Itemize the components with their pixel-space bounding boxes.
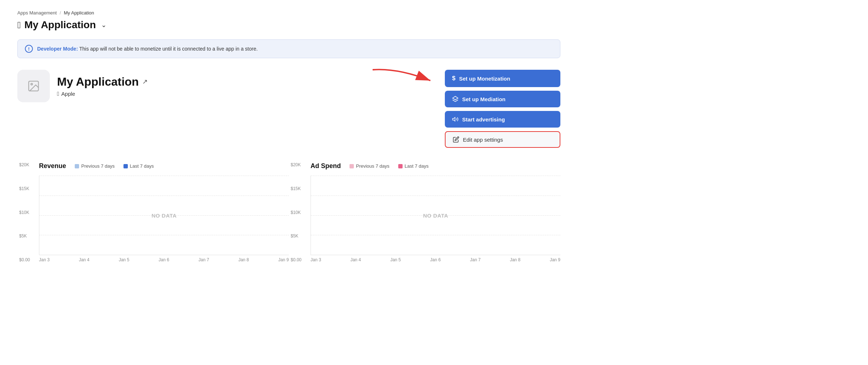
ad-spend-grid-25 — [311, 196, 560, 196]
setup-monetization-label: Set up Monetization — [459, 76, 510, 82]
ad-spend-x-jan6: Jan 6 — [430, 257, 440, 262]
ad-spend-x-jan7: Jan 7 — [470, 257, 481, 262]
start-advertising-button[interactable]: Start advertising — [445, 111, 560, 128]
banner-message: This app will not be able to monetize un… — [79, 46, 257, 52]
revenue-grid-0 — [39, 176, 289, 176]
svg-marker-4 — [453, 117, 455, 121]
setup-mediation-button[interactable]: Set up Mediation — [445, 91, 560, 107]
edit-app-settings-button[interactable]: Edit app settings — [445, 131, 560, 148]
revenue-y-10k: $10K — [19, 210, 30, 215]
ad-spend-no-data: NO DATA — [423, 212, 448, 218]
ad-spend-chart-header: Ad Spend Previous 7 days Last 7 days — [311, 162, 560, 170]
app-platform: Apple — [61, 91, 75, 97]
revenue-y-labels: $20K $15K $10K $5K $0.00 — [19, 162, 30, 262]
revenue-y-20k: $20K — [19, 162, 30, 167]
ad-spend-x-jan9: Jan 9 — [550, 257, 560, 262]
ad-spend-y-10k: $10K — [291, 210, 301, 215]
red-arrow-annotation — [369, 66, 441, 88]
ad-spend-y-labels: $20K $15K $10K $5K $0.00 — [291, 162, 301, 262]
revenue-chart: Revenue Previous 7 days Last 7 days $20K… — [39, 162, 289, 262]
revenue-chart-body: $20K $15K $10K $5K $0.00 NO DATA — [39, 176, 289, 262]
ad-spend-chart: Ad Spend Previous 7 days Last 7 days $20… — [311, 162, 560, 262]
ad-spend-last-dot — [398, 164, 403, 168]
revenue-chart-title: Revenue — [39, 162, 66, 170]
ad-spend-chart-title: Ad Spend — [311, 162, 341, 170]
start-advertising-label: Start advertising — [462, 116, 505, 123]
app-icon — [17, 70, 50, 102]
ad-spend-x-jan3: Jan 3 — [311, 257, 321, 262]
ad-spend-y-15k: $15K — [291, 186, 301, 191]
dollar-icon: $ — [452, 75, 455, 82]
ad-spend-legend-previous: Previous 7 days — [350, 163, 390, 169]
revenue-last-dot — [123, 164, 128, 168]
ad-spend-grid-0 — [311, 176, 560, 176]
revenue-x-labels: Jan 3 Jan 4 Jan 5 Jan 6 Jan 7 Jan 8 Jan … — [39, 255, 289, 262]
ad-spend-chart-area-wrapper: NO DATA Jan 3 Jan 4 Jan 5 Jan 6 Jan 7 Ja… — [311, 176, 560, 262]
revenue-no-data: NO DATA — [152, 212, 177, 218]
edit-icon — [453, 136, 459, 143]
revenue-grid-75 — [39, 235, 289, 235]
svg-marker-3 — [453, 96, 458, 100]
ad-spend-y-20k: $20K — [291, 162, 301, 167]
action-buttons: $ Set up Monetization Set up Mediation — [445, 70, 560, 148]
ad-spend-legend-last: Last 7 days — [398, 163, 429, 169]
breadcrumb-current: My Application — [64, 10, 94, 16]
edit-app-settings-label: Edit app settings — [463, 137, 503, 143]
ad-spend-x-jan5: Jan 5 — [390, 257, 401, 262]
revenue-prev-label: Previous 7 days — [81, 163, 115, 169]
setup-mediation-label: Set up Mediation — [462, 96, 505, 102]
revenue-y-0: $0.00 — [19, 257, 30, 262]
revenue-legend-previous: Previous 7 days — [75, 163, 115, 169]
breadcrumb-separator: / — [60, 10, 61, 16]
revenue-y-5k: $5K — [19, 233, 30, 239]
apple-icon:  — [17, 20, 21, 31]
svg-point-1 — [31, 83, 33, 85]
revenue-x-jan4: Jan 4 — [79, 257, 89, 262]
revenue-chart-area-wrapper: NO DATA Jan 3 Jan 4 Jan 5 Jan 6 Jan 7 Ja… — [39, 176, 289, 262]
advertising-icon — [452, 116, 459, 123]
external-link-icon[interactable]: ↗ — [142, 78, 148, 86]
action-area: $ Set up Monetization Set up Mediation — [445, 70, 560, 148]
banner-bold-label: Developer Mode: — [37, 46, 78, 52]
developer-mode-banner: ! Developer Mode: This app will not be a… — [17, 39, 560, 58]
ad-spend-x-labels: Jan 3 Jan 4 Jan 5 Jan 6 Jan 7 Jan 8 Jan … — [311, 255, 560, 262]
image-placeholder-icon — [27, 80, 40, 93]
ad-spend-x-jan4: Jan 4 — [350, 257, 361, 262]
revenue-x-jan5: Jan 5 — [119, 257, 129, 262]
app-info-left: My Application ↗  Apple — [17, 70, 148, 102]
ad-spend-grid-75 — [311, 235, 560, 235]
revenue-legend-last: Last 7 days — [123, 163, 154, 169]
ad-spend-prev-label: Previous 7 days — [356, 163, 390, 169]
revenue-grid-25 — [39, 196, 289, 196]
app-info-row: My Application ↗  Apple — [17, 70, 560, 148]
ad-spend-y-0: $0.00 — [291, 257, 301, 262]
revenue-x-jan7: Jan 7 — [199, 257, 209, 262]
app-name-line: My Application ↗ — [57, 75, 148, 89]
charts-wrapper: Revenue Previous 7 days Last 7 days $20K… — [17, 162, 560, 262]
layers-icon — [452, 96, 459, 102]
ad-spend-chart-body: $20K $15K $10K $5K $0.00 NO DATA — [311, 176, 560, 262]
app-name-block: My Application ↗  Apple — [57, 75, 148, 97]
breadcrumb: Apps Management / My Application — [17, 10, 560, 16]
page-title: My Application — [25, 19, 96, 31]
revenue-x-jan8: Jan 8 — [238, 257, 249, 262]
ad-spend-chart-area: NO DATA — [311, 176, 560, 255]
revenue-last-label: Last 7 days — [130, 163, 154, 169]
revenue-y-15k: $15K — [19, 186, 30, 191]
title-dropdown-icon[interactable]: ⌄ — [101, 21, 107, 29]
banner-text: Developer Mode: This app will not be abl… — [37, 46, 258, 52]
revenue-chart-header: Revenue Previous 7 days Last 7 days — [39, 162, 289, 170]
ad-spend-y-5k: $5K — [291, 233, 301, 239]
breadcrumb-parent[interactable]: Apps Management — [17, 10, 57, 16]
ad-spend-prev-dot — [350, 164, 354, 168]
revenue-chart-area: NO DATA — [39, 176, 289, 255]
apple-platform-icon:  — [57, 91, 59, 97]
ad-spend-x-jan8: Jan 8 — [510, 257, 520, 262]
app-platform-line:  Apple — [57, 91, 148, 97]
revenue-x-jan6: Jan 6 — [159, 257, 169, 262]
page-title-row:  My Application ⌄ — [17, 19, 560, 31]
revenue-x-jan3: Jan 3 — [39, 257, 49, 262]
app-name: My Application — [57, 75, 139, 89]
page-wrapper: Apps Management / My Application  My Ap… — [0, 0, 578, 272]
setup-monetization-button[interactable]: $ Set up Monetization — [445, 70, 560, 87]
